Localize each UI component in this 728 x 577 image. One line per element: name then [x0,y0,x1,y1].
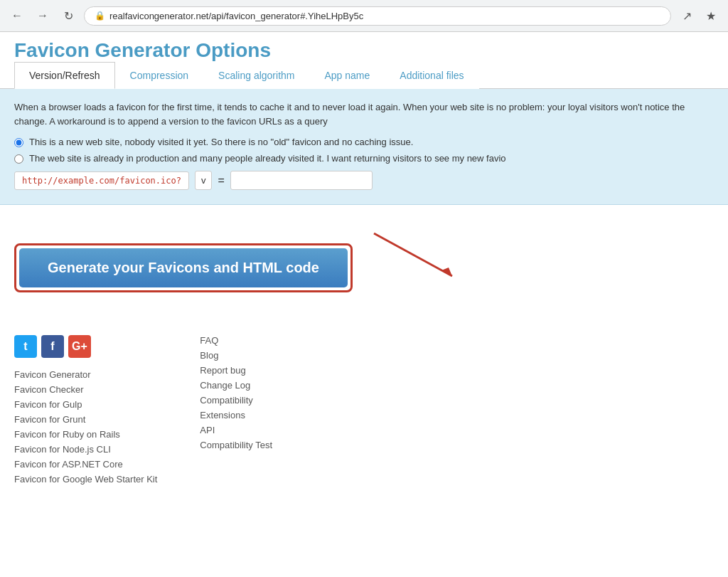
footer-link-favicon-nodejs[interactable]: Favicon for Node.js CLI [14,444,157,455]
version-row: http://example.com/favicon.ico? v = [14,171,714,190]
footer-link-compatibility-test[interactable]: Compatibility Test [200,440,272,450]
footer-left: t f G+ Favicon Generator Favicon Checker… [14,335,157,485]
svg-line-0 [374,233,452,276]
footer-link-report-bug[interactable]: Report bug [200,365,272,376]
generate-section: Generate your Favicons and HTML code [0,205,728,314]
footer-link-favicon-gwsk[interactable]: Favicon for Google Web Starter Kit [14,474,157,485]
browser-chrome: ← → ↻ 🔒 realfavicongenerator.net/api/fav… [0,0,728,32]
lock-icon: 🔒 [95,11,105,21]
tab-additional-files[interactable]: Additional files [385,62,478,89]
version-v-label: v [195,171,213,190]
radio-production-site-input[interactable] [14,154,23,164]
back-button[interactable]: ← [7,6,27,26]
address-bar[interactable]: 🔒 realfavicongenerator.net/api/favicon_g… [84,6,671,26]
radio-new-site-input[interactable] [14,138,23,147]
generate-button[interactable]: Generate your Favicons and HTML code [19,248,348,287]
tab-version-refresh[interactable]: Version/Refresh [14,62,115,89]
footer: t f G+ Favicon Generator Favicon Checker… [0,314,728,506]
footer-link-changelog[interactable]: Change Log [200,380,272,391]
footer-link-faq[interactable]: FAQ [200,335,272,346]
tab-scaling-algorithm[interactable]: Scaling algorithm [203,62,309,89]
footer-link-compatibility[interactable]: Compatibility [200,395,272,406]
page-title-area: Favicon Generator Options [0,32,728,62]
generate-button-wrapper: Generate your Favicons and HTML code [14,243,353,292]
googleplus-icon[interactable]: G+ [68,335,91,358]
footer-right: FAQ Blog Report bug Change Log Compatibi… [200,335,272,485]
browser-actions: ↗ ★ [677,6,721,26]
share-button[interactable]: ↗ [677,6,697,26]
footer-link-api[interactable]: API [200,425,272,435]
info-description: When a browser loads a favicon for the f… [14,100,714,128]
footer-link-favicon-aspnet[interactable]: Favicon for ASP.NET Core [14,459,157,470]
forward-button[interactable]: → [33,6,53,26]
page-title: Favicon Generator Options [14,39,714,62]
social-icons: t f G+ [14,335,157,358]
twitter-icon[interactable]: t [14,335,37,358]
footer-link-extensions[interactable]: Extensions [200,410,272,420]
version-prefix: http://example.com/favicon.ico? [14,171,189,190]
footer-right-links: FAQ Blog Report bug Change Log Compatibi… [200,335,272,450]
radio-new-site[interactable]: This is a new web site, nobody visited i… [14,137,714,147]
footer-link-favicon-ruby[interactable]: Favicon for Ruby on Rails [14,429,157,440]
facebook-icon[interactable]: f [41,335,64,358]
footer-link-favicon-generator[interactable]: Favicon Generator [14,369,157,380]
footer-link-favicon-checker[interactable]: Favicon Checker [14,384,157,395]
info-section: When a browser loads a favicon for the f… [0,89,728,205]
footer-link-blog[interactable]: Blog [200,350,272,361]
radio-production-site[interactable]: The web site is already in production an… [14,153,714,164]
footer-link-favicon-gulp[interactable]: Favicon for Gulp [14,399,157,410]
footer-link-favicon-grunt[interactable]: Favicon for Grunt [14,414,157,425]
tab-app-name[interactable]: App name [309,62,385,89]
radio-production-site-label: The web site is already in production an… [29,153,506,164]
tabs-container: Version/Refresh Compression Scaling algo… [0,62,728,89]
tab-compression[interactable]: Compression [115,62,203,89]
page-content: Favicon Generator Options Version/Refres… [0,32,728,506]
footer-left-links: Favicon Generator Favicon Checker Favico… [14,369,157,485]
arrow-indicator [367,226,466,285]
radio-group: This is a new web site, nobody visited i… [14,137,714,164]
version-equals: = [218,174,224,187]
radio-new-site-label: This is a new web site, nobody visited i… [29,137,413,147]
version-input[interactable] [230,171,373,190]
bookmark-button[interactable]: ★ [701,6,721,26]
url-text: realfavicongenerator.net/api/favicon_gen… [109,11,363,21]
refresh-button[interactable]: ↻ [58,6,78,26]
